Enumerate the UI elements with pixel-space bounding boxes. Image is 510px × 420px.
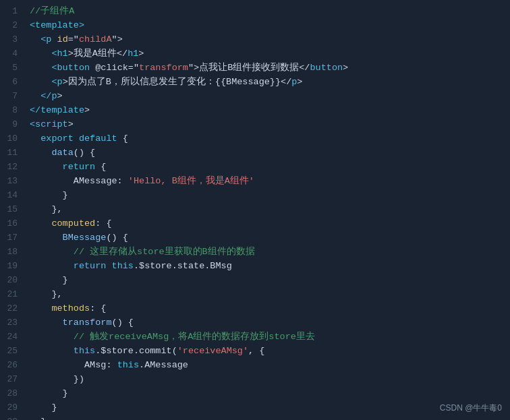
code-line: <p>因为点了B，所以信息发生了变化：{{BMessage}}</p> xyxy=(30,75,505,89)
code-token: < xyxy=(30,34,46,44)
code-token: { xyxy=(95,162,106,172)
code-token: < xyxy=(30,63,57,73)
code-token: > xyxy=(79,20,84,30)
code-token: methods xyxy=(51,303,90,313)
code-token xyxy=(30,218,51,229)
code-line: this.$store.commit('receiveAMsg', { xyxy=(30,344,505,358)
code-token xyxy=(30,332,74,342)
code-token: AMessage: xyxy=(30,176,128,186)
code-token xyxy=(30,318,63,328)
code-token: >因为点了B，所以信息发生了变化：{{BMessage}}</ xyxy=(63,77,292,87)
code-token: > xyxy=(343,63,348,73)
code-token xyxy=(30,247,74,257)
code-token: AMsg: xyxy=(30,360,117,370)
code-line: transform() { xyxy=(30,316,505,330)
code-token: h1 xyxy=(128,49,138,59)
line-number: 22 xyxy=(4,301,18,316)
code-line: //子组件A xyxy=(30,4,505,18)
code-token xyxy=(30,233,63,243)
code-token: }, xyxy=(30,204,63,214)
code-token: // 这里存储从store里获取的B组件的数据 xyxy=(74,247,255,257)
line-number: 13 xyxy=(4,174,18,188)
code-token: childA xyxy=(79,34,112,44)
code-token xyxy=(74,133,79,144)
line-number: 19 xyxy=(4,259,18,273)
code-content: //子组件A<template> <p id="childA"> <h1>我是A… xyxy=(24,0,510,420)
code-line: // 触发receiveAMsg，将A组件的数据存放到store里去 xyxy=(30,330,505,344)
code-line: <h1>我是A组件</h1> xyxy=(30,47,505,61)
code-editor: 1234567891011121314151617181920212223242… xyxy=(0,0,510,420)
line-number: 24 xyxy=(4,330,18,344)
code-line: } xyxy=(30,400,505,415)
code-token: id xyxy=(57,34,68,44)
code-token: template xyxy=(35,20,79,30)
code-token: //子组件A xyxy=(30,6,74,16)
watermark: CSDN @牛牛毒0 xyxy=(440,402,502,415)
code-line: }, xyxy=(30,202,505,216)
line-number: 12 xyxy=(4,160,18,174)
code-token: h1 xyxy=(57,49,68,59)
code-token: }) xyxy=(30,374,84,384)
code-token: data xyxy=(51,148,73,158)
code-line: <button @click="transform">点我让B组件接收到数据</… xyxy=(30,61,505,75)
code-token: .AMessage xyxy=(139,360,188,370)
code-token: () { xyxy=(74,148,95,158)
code-line: computed: { xyxy=(30,216,505,231)
line-number: 8 xyxy=(4,103,18,117)
line-number: 10 xyxy=(4,131,18,146)
line-number: 21 xyxy=(4,287,18,301)
code-token: >我是A组件</ xyxy=(68,49,128,59)
code-token xyxy=(30,261,74,271)
code-token: BMessage xyxy=(63,233,107,243)
line-number-gutter: 1234567891011121314151617181920212223242… xyxy=(0,0,24,420)
code-token: .$store.state.BMsg xyxy=(134,261,232,271)
code-token: p xyxy=(57,77,63,87)
code-token: computed xyxy=(51,218,95,229)
code-line: } xyxy=(30,386,505,400)
code-token: , { xyxy=(248,346,264,356)
code-line: AMessage: 'Hello, B组件，我是A组件' xyxy=(30,174,505,188)
code-token: "> xyxy=(112,34,123,44)
code-token: () { xyxy=(112,318,134,328)
code-token: script xyxy=(35,119,68,129)
code-token: =" xyxy=(68,34,79,44)
code-line: } xyxy=(30,415,505,420)
code-token: } xyxy=(30,190,68,200)
code-line: methods: { xyxy=(30,301,505,316)
code-token: export xyxy=(40,133,74,144)
line-number: 16 xyxy=(4,216,18,231)
code-line: <template> xyxy=(30,18,505,32)
code-token: 'receiveAMsg' xyxy=(177,346,248,356)
code-line: export default { xyxy=(30,131,505,146)
line-number: 17 xyxy=(4,231,18,245)
code-token: this xyxy=(112,261,134,271)
code-token: { xyxy=(117,133,128,144)
line-number: 28 xyxy=(4,386,18,400)
line-number: 7 xyxy=(4,89,18,103)
code-line: </template> xyxy=(30,103,505,117)
line-number: 2 xyxy=(4,18,18,32)
code-token: .$store.commit( xyxy=(95,346,177,356)
code-token: </ xyxy=(30,91,51,101)
line-number: 23 xyxy=(4,316,18,330)
line-number: 14 xyxy=(4,188,18,202)
code-token: button xyxy=(310,63,343,73)
code-line: data() { xyxy=(30,146,505,160)
code-token: return xyxy=(74,261,107,271)
line-number: 18 xyxy=(4,245,18,259)
code-token: } xyxy=(30,388,68,398)
code-token: > xyxy=(138,49,144,59)
code-line: <p id="childA"> xyxy=(30,32,505,47)
line-number: 5 xyxy=(4,61,18,75)
code-token: </ xyxy=(30,105,40,115)
line-number: 25 xyxy=(4,344,18,358)
line-number: 20 xyxy=(4,273,18,287)
code-line: }, xyxy=(30,287,505,301)
code-token: }, xyxy=(30,289,63,299)
code-token xyxy=(30,303,51,313)
code-token: < xyxy=(30,20,35,30)
code-line: return { xyxy=(30,160,505,174)
code-token xyxy=(30,346,74,356)
line-number: 9 xyxy=(4,117,18,131)
code-token: } xyxy=(30,402,57,413)
